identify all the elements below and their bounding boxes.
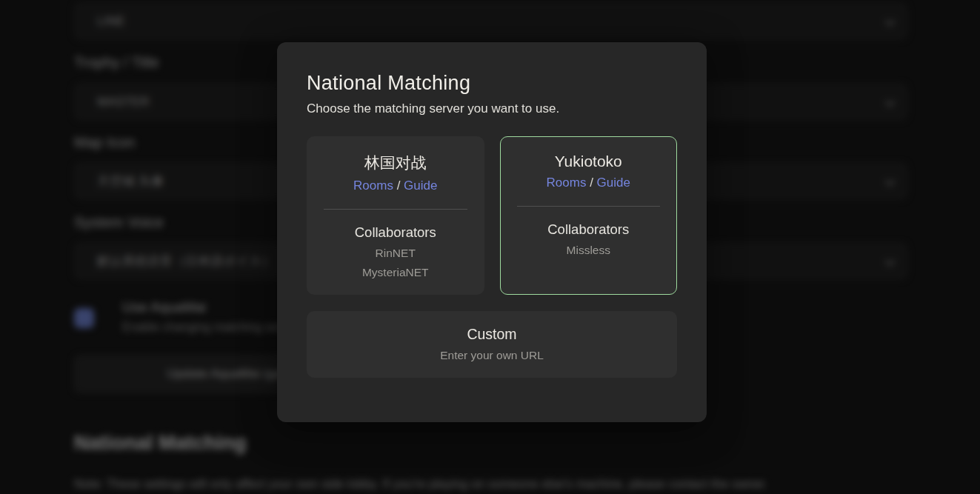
collaborator-name: Missless xyxy=(511,244,667,257)
server-card-custom[interactable]: Custom Enter your own URL xyxy=(307,311,677,378)
guide-link[interactable]: Guide xyxy=(597,176,630,190)
server-name: 林国对战 xyxy=(318,153,473,173)
collaborators-heading: Collaborators xyxy=(511,221,667,238)
rooms-link[interactable]: Rooms xyxy=(353,178,393,193)
guide-link[interactable]: Guide xyxy=(404,178,437,193)
link-separator: / xyxy=(397,178,401,193)
server-links: Rooms / Guide xyxy=(511,176,667,190)
server-name: Yukiotoko xyxy=(511,153,667,170)
collaborator-name: MysteriaNET xyxy=(318,266,473,279)
custom-card-title: Custom xyxy=(317,326,667,343)
dialog-title: National Matching xyxy=(307,72,677,95)
dialog-subtitle: Choose the matching server you want to u… xyxy=(307,101,677,116)
collaborators-heading: Collaborators xyxy=(318,224,473,241)
card-divider xyxy=(324,209,467,210)
server-card-linguo[interactable]: 林国对战 Rooms / Guide Collaborators RinNET … xyxy=(307,136,484,295)
server-options-row: 林国对战 Rooms / Guide Collaborators RinNET … xyxy=(307,136,677,295)
card-divider xyxy=(517,206,661,207)
collaborator-name: RinNET xyxy=(318,247,473,260)
screen: LINE Trophy / Title MASTER Map Icon 天空城 … xyxy=(0,0,980,494)
server-links: Rooms / Guide xyxy=(318,178,473,193)
link-separator: / xyxy=(590,176,593,190)
server-card-yukiotoko[interactable]: Yukiotoko Rooms / Guide Collaborators Mi… xyxy=(500,136,678,295)
national-matching-dialog: National Matching Choose the matching se… xyxy=(277,42,707,422)
rooms-link[interactable]: Rooms xyxy=(547,176,587,190)
custom-card-subtitle: Enter your own URL xyxy=(317,349,667,362)
